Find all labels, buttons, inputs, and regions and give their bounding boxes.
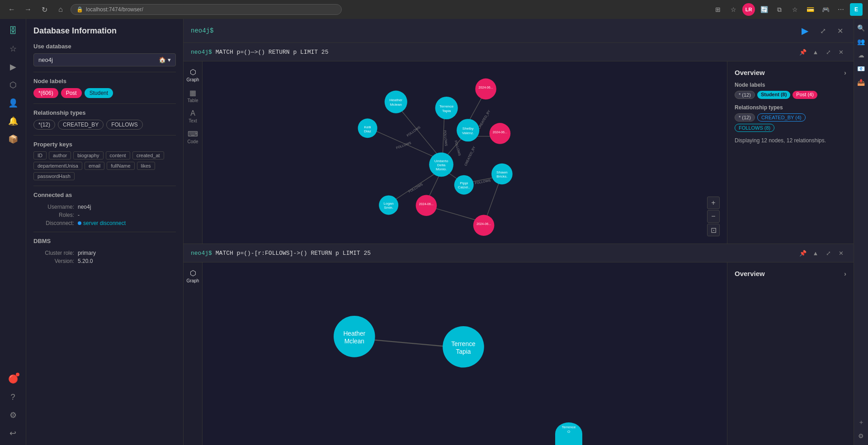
more-btn[interactable]: ⋯ — [835, 3, 847, 16]
node-label-post[interactable]: Post — [61, 88, 82, 98]
collapse-button-1[interactable]: ▲ — [810, 47, 821, 57]
view-text-1[interactable]: A Text — [185, 107, 201, 126]
node-heather-2-label2: Mclean — [344, 338, 364, 345]
sidebar-item-plugins[interactable]: ⬡ — [5, 77, 21, 93]
zoom-in-1[interactable]: + — [707, 197, 720, 209]
rel-type-all[interactable]: *(12) — [33, 120, 55, 130]
chevron-right-1[interactable]: › — [844, 69, 846, 76]
ov-rel-created-by-1[interactable]: CREATED_BY (4) — [757, 113, 806, 122]
main-content: neo4j$ ▶ ⤢ ✕ neo4j$ MATCH p=()—>() RETUR… — [184, 19, 854, 445]
prop-id[interactable]: ID — [33, 151, 47, 159]
node-logan-label2: Smin. — [384, 206, 393, 210]
prop-email[interactable]: email — [85, 162, 104, 170]
prop-fullname[interactable]: fullName — [107, 162, 134, 170]
prop-biography[interactable]: biography — [73, 151, 103, 159]
node-umberto-label1: Umberto — [434, 159, 448, 163]
pin-button-1[interactable]: 📌 — [797, 47, 808, 57]
sidebar-item-help[interactable]: ? — [5, 389, 21, 405]
reload-button[interactable]: ↻ — [38, 3, 51, 16]
games-btn[interactable]: 🎮 — [819, 3, 832, 16]
bookmark-btn[interactable]: ☆ — [727, 3, 740, 16]
home-button[interactable]: ⌂ — [54, 3, 67, 16]
ov-badge-student-1[interactable]: Student (8) — [757, 91, 790, 99]
prop-departement[interactable]: departementUnisa — [33, 162, 82, 170]
node-terrence-partial[interactable]: TerrenceO — [555, 422, 582, 445]
rel-type-follows[interactable]: FOLLOWS — [106, 120, 143, 130]
ov-rel-all-1[interactable]: * (12) — [735, 113, 755, 122]
ov-badge-all-1[interactable]: * (12) — [735, 91, 755, 99]
sidebar-item-alerts[interactable]: 🔴 — [5, 371, 21, 387]
forward-button[interactable]: → — [22, 3, 34, 16]
sidebar-item-history[interactable]: ↩ — [5, 425, 21, 441]
divider-2 — [33, 103, 176, 104]
sidebar-item-guides[interactable]: ▶ — [5, 59, 21, 75]
sidebar-item-extensions[interactable]: 📦 — [5, 131, 21, 147]
rel-type-created-by[interactable]: CREATED_BY — [58, 120, 104, 130]
property-keys-row: ID author biography content created_at d… — [33, 151, 176, 180]
prop-keys-title: Property keys — [33, 141, 176, 148]
address-bar[interactable]: 🔒 localhost:7474/browser/ — [71, 4, 342, 15]
right-cloud-icon[interactable]: ☁ — [856, 50, 867, 61]
disconnect-link[interactable]: server disconnect — [78, 220, 126, 226]
right-share-icon[interactable]: 📤 — [856, 77, 867, 88]
view-graph-2[interactable]: ⬡ Graph — [185, 266, 201, 286]
graph-area-2[interactable]: Heather Mclean Terrence Tapia TerrenceO — [203, 262, 727, 445]
graph-label-1: Graph — [187, 77, 199, 82]
close-result-1[interactable]: ✕ — [835, 47, 846, 57]
chevron-right-2[interactable]: › — [844, 270, 846, 277]
fullscreen-button-1[interactable]: ⤢ — [823, 47, 834, 57]
result-panel-1: neo4j$ MATCH p=()—>() RETURN p LIMIT 25 … — [184, 43, 854, 244]
expand-button[interactable]: ⤢ — [816, 24, 829, 37]
disconnect-label: Disconnect: — [33, 220, 74, 226]
pin-button-2[interactable]: 📌 — [797, 248, 808, 258]
right-search-icon[interactable]: 🔍 — [856, 23, 867, 33]
prop-content[interactable]: content — [106, 151, 130, 159]
sync-btn[interactable]: 🔄 — [758, 3, 770, 16]
zoom-fit-1[interactable]: ⊡ — [707, 224, 720, 236]
database-selector[interactable]: neo4j 🏠 ▾ — [33, 53, 176, 66]
view-graph-1[interactable]: ⬡ Graph — [185, 65, 201, 85]
back-button[interactable]: ← — [5, 3, 18, 16]
prop-created-at[interactable]: created_at — [132, 151, 164, 159]
view-table-1[interactable]: ▦ Table — [185, 86, 201, 106]
query-input[interactable] — [218, 27, 793, 34]
node-label-all[interactable]: *(606) — [33, 88, 58, 98]
wallet-btn[interactable]: 💳 — [804, 3, 816, 16]
close-result-2[interactable]: ✕ — [835, 248, 846, 258]
ov-badge-post-1[interactable]: Post (4) — [793, 91, 817, 99]
cluster-role-label: Cluster role: — [33, 250, 74, 256]
prop-likes[interactable]: likes — [137, 162, 155, 170]
node-terrence-2-label1: Terrence — [451, 341, 476, 347]
view-code-1[interactable]: ⌨ Code — [185, 127, 201, 147]
text-icon-1: A — [190, 109, 195, 117]
graph-area-1[interactable]: FOLLOWS FOLLOWS FOLLOWS FOLLOWS FOLLOWS … — [203, 61, 727, 244]
close-query-button[interactable]: ✕ — [834, 24, 846, 37]
node-label-student[interactable]: Student — [85, 88, 113, 98]
right-add-icon[interactable]: ＋ — [856, 417, 867, 428]
sidebar-item-profile[interactable]: 👤 — [5, 95, 21, 111]
run-query-button[interactable]: ▶ — [797, 23, 812, 38]
right-outlook-icon[interactable]: 📧 — [856, 63, 867, 74]
sidebar-item-settings[interactable]: ⚙ — [5, 407, 21, 423]
edge-label-follows-5: FOLLOWS — [408, 183, 424, 194]
prop-password[interactable]: passwordHash — [33, 172, 75, 180]
reader-mode-btn[interactable]: ⊞ — [712, 3, 724, 16]
sidebar-item-notifications[interactable]: 🔔 — [5, 113, 21, 129]
zoom-out-1[interactable]: − — [707, 210, 720, 223]
result-prompt-2: neo4j$ — [191, 250, 212, 257]
right-bottom-settings[interactable]: ⚙ — [856, 431, 867, 441]
node-post1-label: 2024-06... — [478, 86, 493, 89]
split-btn[interactable]: ⧉ — [773, 3, 786, 16]
prop-author[interactable]: author — [49, 151, 71, 159]
sidebar-item-database[interactable]: 🗄 — [5, 23, 21, 39]
ov-rel-follows-1[interactable]: FOLLOWS (8) — [735, 124, 774, 132]
sidebar-item-favorites[interactable]: ☆ — [5, 41, 21, 57]
fullscreen-button-2[interactable]: ⤢ — [823, 248, 834, 258]
extension-icon[interactable]: E — [850, 3, 863, 16]
fav-btn[interactable]: ☆ — [788, 3, 801, 16]
divider-3 — [33, 135, 176, 136]
right-people-icon[interactable]: 👥 — [856, 36, 867, 47]
collapse-button-2[interactable]: ▲ — [810, 248, 821, 258]
text-label-1: Text — [189, 118, 197, 123]
profile-icon[interactable]: LR — [742, 3, 755, 16]
